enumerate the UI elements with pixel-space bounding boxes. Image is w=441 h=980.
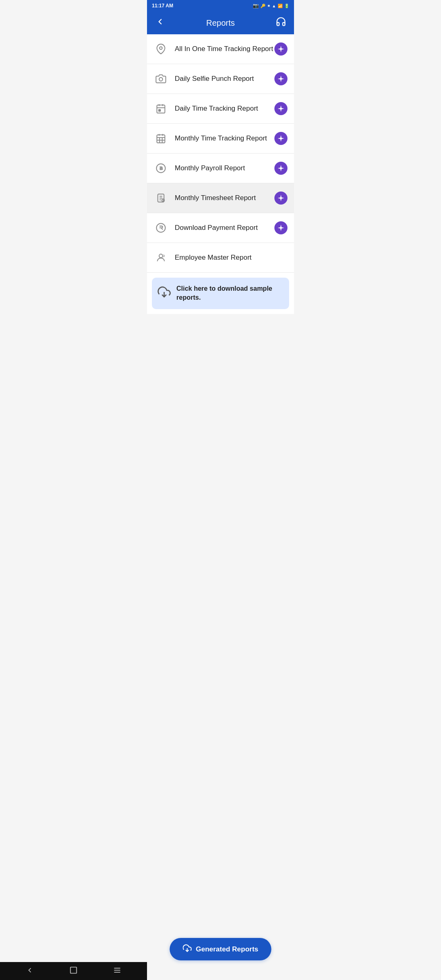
svg-marker-20 [278,165,284,172]
report-action-daily-selfie[interactable] [274,72,287,85]
report-item-monthly-timesheet[interactable]: Monthly Timesheet Report [147,183,294,213]
download-cloud-icon [158,285,171,301]
battery-icon: 🔋 [284,4,289,8]
employee-icon [154,250,168,265]
bottom-spacer [147,314,294,347]
report-item-monthly-payroll[interactable]: Monthly Payroll Report [147,154,294,183]
report-label-monthly-time: Monthly Time Tracking Report [175,134,274,143]
report-list: All In One Time Tracking Report Daily Se… [147,34,294,347]
bluetooth-icon: ✴ [267,4,270,8]
report-item-employee-master[interactable]: Employee Master Report [147,243,294,273]
svg-marker-9 [278,105,284,112]
svg-marker-27 [278,195,284,201]
report-label-download-payment: Download Payment Report [175,224,274,232]
camera-status-icon: 📷 [253,3,259,9]
wifi-icon: 📶 [278,4,283,8]
report-label-daily-time: Daily Time Tracking Report [175,105,274,113]
svg-point-32 [163,255,164,257]
report-item-monthly-time[interactable]: Monthly Time Tracking Report [147,124,294,154]
svg-point-31 [159,254,163,258]
report-action-monthly-timesheet[interactable] [274,192,287,205]
page-title: Reports [167,18,274,28]
report-item-download-payment[interactable]: Download Payment Report [147,213,294,243]
report-action-monthly-time[interactable] [274,132,287,145]
svg-point-0 [160,47,163,50]
report-label-all-in-one: All In One Time Tracking Report [175,45,274,53]
status-bar: 11:17 AM 📷 🔑 ✴ ▲ 📶 🔋 [147,0,294,11]
key-icon: 🔑 [261,4,265,8]
status-icons: 📷 🔑 ✴ ▲ 📶 🔋 [253,3,289,9]
report-label-daily-selfie: Daily Selfie Punch Report [175,75,274,83]
svg-rect-10 [157,135,165,143]
svg-rect-4 [157,105,165,113]
report-item-daily-selfie[interactable]: Daily Selfie Punch Report [147,64,294,94]
report-action-monthly-payroll[interactable] [274,162,287,175]
report-item-daily-time[interactable]: Daily Time Tracking Report [147,94,294,124]
timesheet-icon [154,191,168,205]
report-action-daily-time[interactable] [274,102,287,115]
back-button[interactable] [154,17,167,29]
report-action-all-in-one[interactable] [274,42,287,56]
svg-point-2 [159,78,163,81]
dollar-icon [154,161,168,176]
report-label-monthly-timesheet: Monthly Timesheet Report [175,194,274,202]
report-action-download-payment[interactable] [274,221,287,234]
svg-rect-8 [159,109,160,111]
report-label-monthly-payroll: Monthly Payroll Report [175,164,274,172]
calendar-icon [154,101,168,116]
calendar-grid-icon [154,131,168,146]
svg-marker-1 [278,46,284,52]
svg-marker-3 [278,76,284,82]
signal-icon: ▲ [272,4,276,8]
download-sample-banner[interactable]: Click here to download sample reports. [152,278,289,309]
download-banner-text: Click here to download sample reports. [176,284,283,303]
no-action-placeholder [274,251,287,264]
location-icon [154,42,168,56]
svg-marker-17 [278,135,284,142]
camera-icon [154,71,168,86]
status-time: 11:17 AM [152,3,173,9]
svg-marker-30 [278,225,284,231]
report-item-all-in-one[interactable]: All In One Time Tracking Report [147,34,294,64]
support-icon[interactable] [274,16,287,29]
report-label-employee-master: Employee Master Report [175,254,274,262]
rupee-icon [154,220,168,235]
header: Reports [147,11,294,34]
